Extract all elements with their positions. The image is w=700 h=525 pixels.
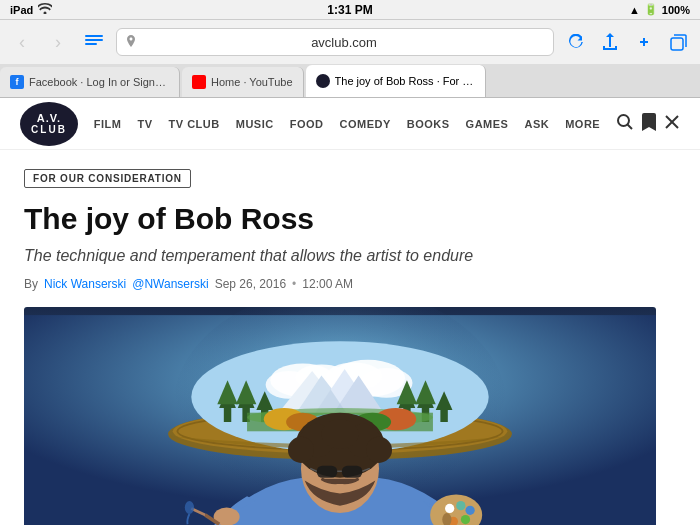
svg-point-56 (321, 419, 358, 449)
url-text: avclub.com (143, 35, 545, 50)
reader-button[interactable] (80, 28, 108, 56)
svg-rect-1 (85, 39, 103, 41)
status-left: iPad (10, 3, 52, 16)
nav-games[interactable]: GAMES (466, 118, 509, 130)
article-wrapper: FOR OUR CONSIDERATION The joy of Bob Ros… (0, 150, 680, 525)
article-image (24, 307, 656, 525)
tab-favicon-avclub (316, 74, 330, 88)
nav-tv[interactable]: TV (138, 118, 153, 130)
search-icon-btn[interactable] (616, 113, 634, 135)
site-nav-icons (616, 113, 680, 135)
nav-ask[interactable]: ASK (524, 118, 549, 130)
nav-more[interactable]: MORE (565, 118, 600, 130)
battery-icon: 🔋 (644, 3, 658, 16)
article-svg (24, 307, 656, 525)
svg-point-70 (456, 501, 465, 510)
meta-by: By (24, 277, 38, 291)
nav-icons (562, 28, 692, 56)
signal-icon: ▲ (629, 4, 640, 16)
tab-title-avclub: The joy of Bob Ross · For Our Considerat… (335, 75, 475, 87)
tabs-button[interactable] (664, 28, 692, 56)
battery-pct: 100% (662, 4, 690, 16)
nav-music[interactable]: MUSIC (236, 118, 274, 130)
address-bar[interactable]: avclub.com (116, 28, 554, 56)
tab-favicon-youtube (192, 75, 206, 89)
back-button[interactable]: ‹ (8, 28, 36, 56)
svg-rect-60 (342, 466, 362, 478)
nav-food[interactable]: FOOD (290, 118, 324, 130)
tab-avclub[interactable]: The joy of Bob Ross · For Our Considerat… (306, 65, 486, 97)
category-badge: FOR OUR CONSIDERATION (24, 169, 191, 188)
svg-point-69 (445, 504, 454, 513)
meta-date: Sep 26, 2016 (215, 277, 286, 291)
tab-title-facebook: Facebook · Log In or Sign Up (29, 76, 169, 88)
status-time: 1:31 PM (327, 3, 372, 17)
meta-bullet: • (292, 277, 296, 291)
site-logo: A.V. CLUB (20, 102, 78, 146)
svg-point-71 (465, 506, 474, 515)
meta-time: 12:00 AM (302, 277, 353, 291)
svg-rect-3 (671, 38, 683, 50)
tab-favicon-facebook: f (10, 75, 24, 89)
tab-facebook[interactable]: f Facebook · Log In or Sign Up (0, 67, 180, 97)
tab-bar: f Facebook · Log In or Sign Up Home · Yo… (0, 64, 700, 98)
status-right: ▲ 🔋 100% (629, 3, 690, 16)
reload-button[interactable] (562, 28, 590, 56)
article-subtitle: The technique and temperament that allow… (24, 245, 656, 267)
svg-point-58 (366, 437, 392, 463)
share-button[interactable] (596, 28, 624, 56)
meta-author[interactable]: Nick Wanserski (44, 277, 126, 291)
status-bar: iPad 1:31 PM ▲ 🔋 100% (0, 0, 700, 20)
nav-comedy[interactable]: COMEDY (339, 118, 390, 130)
article-title: The joy of Bob Ross (24, 202, 656, 237)
meta-twitter[interactable]: @NWanserski (132, 277, 208, 291)
svg-rect-0 (85, 35, 103, 37)
nav-tv-club[interactable]: TV CLUB (169, 118, 220, 130)
tab-youtube[interactable]: Home · YouTube (182, 67, 304, 97)
svg-line-5 (628, 124, 633, 129)
svg-point-67 (185, 501, 194, 514)
svg-rect-59 (317, 466, 337, 478)
new-tab-button[interactable] (630, 28, 658, 56)
nav-film[interactable]: FILM (94, 118, 122, 130)
tab-title-youtube: Home · YouTube (211, 76, 293, 88)
site-header: A.V. CLUB FILM TV TV CLUB MUSIC FOOD COM… (0, 98, 700, 150)
svg-point-4 (618, 115, 629, 126)
bookmark-icon-btn[interactable] (642, 113, 656, 135)
wifi-icon (38, 3, 52, 16)
logo-av-text: A.V. (37, 112, 61, 124)
nav-bar: ‹ › avclub.com (0, 20, 700, 64)
logo-club-text: CLUB (31, 124, 67, 135)
svg-point-57 (288, 437, 314, 463)
site-nav: FILM TV TV CLUB MUSIC FOOD COMEDY BOOKS … (94, 118, 600, 130)
close-icon-btn[interactable] (664, 114, 680, 134)
page-content[interactable]: A.V. CLUB FILM TV TV CLUB MUSIC FOOD COM… (0, 98, 700, 525)
svg-rect-2 (85, 43, 97, 45)
ipad-label: iPad (10, 4, 33, 16)
nav-books[interactable]: BOOKS (407, 118, 450, 130)
article-meta: By Nick Wanserski @NWanserski Sep 26, 20… (24, 277, 656, 291)
forward-button[interactable]: › (44, 28, 72, 56)
svg-point-72 (461, 515, 470, 524)
